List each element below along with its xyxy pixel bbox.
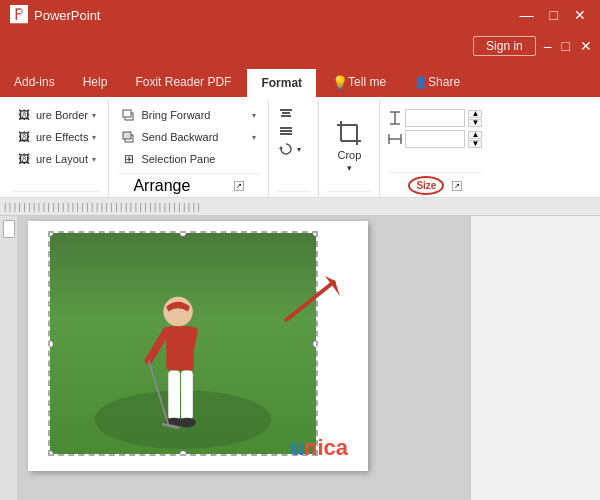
tab-addins[interactable]: Add-ins: [0, 67, 69, 97]
dropdown-arrow2-icon: ▾: [92, 133, 96, 142]
golf-image[interactable]: [48, 231, 318, 456]
ribbon-top: Sign in – □ ✕: [0, 30, 600, 62]
app-name: PowerPoint: [34, 8, 100, 23]
size-inputs: ▲ ▼ ▲ ▼: [388, 109, 482, 148]
width-down-button[interactable]: ▼: [468, 140, 482, 148]
ribbon-group-size: ▲ ▼ ▲ ▼ Size ↗: [380, 101, 490, 197]
slide-area[interactable]: unica: [28, 221, 368, 471]
svg-rect-3: [123, 132, 131, 139]
crop-dropdown-icon: ▾: [347, 163, 352, 173]
tab-format[interactable]: Format: [245, 67, 318, 97]
crop-section-label: [327, 191, 371, 197]
minimize-button[interactable]: —: [516, 7, 538, 23]
golf-background: [50, 233, 316, 454]
unica-a: a: [336, 435, 348, 460]
unica-c: c: [324, 435, 336, 460]
height-down-button[interactable]: ▼: [468, 119, 482, 127]
width-row: ▲ ▼: [388, 130, 482, 148]
arrange-expand-icon[interactable]: ↗: [234, 181, 244, 191]
unica-branding: unica: [290, 435, 348, 461]
tab-tellme[interactable]: 💡 Tell me: [318, 67, 400, 97]
maximize-button[interactable]: □: [546, 7, 562, 23]
ribbon-group-crop: Crop ▾: [319, 101, 380, 197]
align-button-1[interactable]: [277, 105, 310, 121]
align-content: ▾: [277, 101, 310, 191]
svg-point-23: [163, 297, 192, 326]
dropdown-arrow-icon: ▾: [92, 111, 96, 120]
crop-content: Crop ▾: [327, 101, 371, 191]
crop-label: Crop: [337, 149, 361, 161]
unica-n: n: [304, 435, 317, 460]
slide-canvas: unica: [18, 216, 470, 500]
arrange-label: Arrange: [133, 177, 190, 195]
powerpoint-logo: 🅿: [10, 5, 28, 26]
selection-pane-button[interactable]: ⊞ Selection Pane: [117, 149, 260, 169]
picture-styles-content: 🖼 ure Border ▾ 🖼 ure Effects ▾ 🖼 ure Lay…: [12, 101, 100, 191]
unica-u: u: [290, 435, 303, 460]
tab-help[interactable]: Help: [69, 67, 122, 97]
height-spinner: ▲ ▼: [468, 110, 482, 127]
tab-bar: Add-ins Help Foxit Reader PDF Format 💡 T…: [0, 62, 600, 97]
title-bar-controls[interactable]: — □ ✕: [516, 7, 590, 23]
picture-effects-icon: 🖼: [16, 129, 32, 145]
window-restore-icon[interactable]: □: [562, 38, 570, 54]
main-content: unica: [0, 216, 600, 500]
svg-rect-1: [123, 110, 131, 117]
selection-pane-icon: ⊞: [121, 151, 137, 167]
sign-in-button[interactable]: Sign in: [473, 36, 536, 56]
bring-forward-dropdown-icon: ▾: [252, 111, 256, 120]
height-icon: [388, 111, 402, 125]
right-panel: [470, 216, 600, 500]
picture-styles-label: [12, 191, 100, 197]
close-button[interactable]: ✕: [570, 7, 590, 23]
window-close-icon[interactable]: ✕: [580, 38, 592, 54]
svg-rect-8: [280, 130, 292, 132]
tab-foxit[interactable]: Foxit Reader PDF: [121, 67, 245, 97]
size-expand-icon[interactable]: ↗: [452, 181, 462, 191]
align-button-2[interactable]: [277, 123, 310, 139]
title-bar: 🅿 PowerPoint — □ ✕: [0, 0, 600, 30]
height-input[interactable]: [405, 109, 465, 127]
height-up-button[interactable]: ▲: [468, 110, 482, 118]
window-minimize-icon[interactable]: –: [544, 38, 552, 54]
handle-mid-right[interactable]: [312, 340, 318, 348]
handle-bottom-center[interactable]: [179, 450, 187, 456]
size-content: ▲ ▼ ▲ ▼: [388, 101, 482, 172]
handle-top-right[interactable]: [312, 231, 318, 237]
send-backward-button[interactable]: Send Backward ▾: [117, 127, 260, 147]
rotate-dropdown-icon: ▾: [297, 145, 301, 154]
arrange-content: Bring Forward ▾ Send Backward ▾ ⊞ Select…: [117, 101, 260, 173]
lightbulb-icon: 💡: [332, 75, 348, 90]
rotate-button[interactable]: ▾: [277, 141, 310, 157]
bring-forward-icon: [121, 107, 137, 123]
tab-share[interactable]: 👤 Share: [400, 67, 474, 97]
ribbon-group-picture-styles: 🖼 ure Border ▾ 🖼 ure Effects ▾ 🖼 ure Lay…: [4, 101, 109, 197]
slide-thumbnail[interactable]: [3, 220, 15, 238]
bring-forward-button[interactable]: Bring Forward ▾: [117, 105, 260, 125]
size-group-label-row: Size ↗: [388, 172, 482, 197]
picture-layout-icon: 🖼: [16, 151, 32, 167]
ribbon: 🖼 ure Border ▾ 🖼 ure Effects ▾ 🖼 ure Lay…: [0, 97, 600, 198]
title-bar-left: 🅿 PowerPoint: [10, 5, 100, 26]
arrange-group-label-row: Arrange ↗: [117, 173, 260, 197]
dropdown-arrow3-icon: ▾: [92, 155, 96, 164]
width-input[interactable]: [405, 130, 465, 148]
send-backward-icon: [121, 129, 137, 145]
picture-layout-button[interactable]: 🖼 ure Layout ▾: [12, 149, 100, 169]
picture-effects-button[interactable]: 🖼 ure Effects ▾: [12, 127, 100, 147]
ruler-marks: | | | | | | | | | | | | | | | | | | | | …: [4, 202, 200, 212]
width-spinner: ▲ ▼: [468, 131, 482, 148]
left-panel: [0, 216, 18, 500]
width-up-button[interactable]: ▲: [468, 131, 482, 139]
svg-rect-11: [341, 125, 357, 141]
svg-line-25: [149, 331, 167, 360]
align-label: [277, 191, 310, 197]
ribbon-group-align: ▾: [269, 101, 319, 197]
ruler-area: | | | | | | | | | | | | | | | | | | | | …: [0, 198, 600, 216]
picture-border-button[interactable]: 🖼 ure Border ▾: [12, 105, 100, 125]
width-icon: [388, 132, 402, 146]
handle-bottom-left[interactable]: [48, 450, 54, 456]
svg-rect-27: [168, 371, 180, 420]
svg-rect-5: [282, 112, 290, 114]
crop-button[interactable]: Crop ▾: [327, 115, 371, 177]
